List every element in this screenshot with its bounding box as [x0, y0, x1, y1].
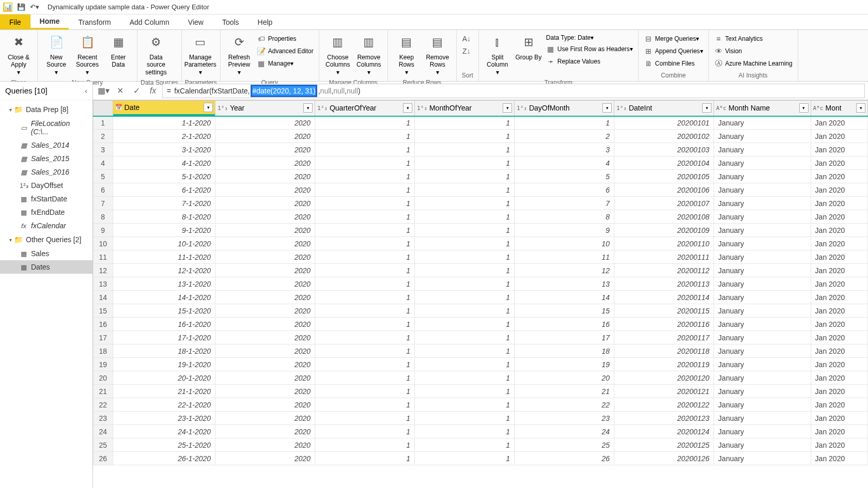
cell[interactable]: 2020 — [215, 344, 315, 358]
cell[interactable]: 2020 — [215, 224, 315, 237]
cell[interactable]: 20200117 — [614, 331, 714, 344]
table-row[interactable]: 88-1-2020202011820200108JanuaryJan 2020 — [94, 210, 868, 224]
cell[interactable]: 21-1-2020 — [113, 385, 215, 398]
table-row[interactable]: 1919-1-20202020111920200119JanuaryJan 20… — [94, 358, 868, 371]
cell[interactable]: Jan 2020 — [811, 425, 867, 438]
cell[interactable]: January — [714, 304, 811, 318]
cell[interactable]: 17-1-2020 — [113, 331, 215, 344]
cell[interactable]: 1 — [315, 291, 415, 304]
cell[interactable]: 20200122 — [614, 398, 714, 412]
cell[interactable]: January — [714, 412, 811, 425]
text-analytics-button[interactable]: ≡Text Analytics — [712, 33, 795, 44]
properties-button[interactable]: 🏷Properties — [255, 33, 316, 44]
fx-button[interactable]: fx — [146, 84, 160, 98]
cell[interactable]: 11 — [515, 250, 614, 264]
cell[interactable]: 1 — [315, 358, 415, 371]
cell[interactable]: 2020 — [215, 250, 315, 264]
save-button[interactable]: 💾 — [16, 2, 27, 13]
filter-button[interactable]: ▾ — [303, 103, 313, 113]
cell[interactable]: 1 — [315, 425, 415, 438]
cell[interactable]: 16-1-2020 — [113, 318, 215, 331]
table-row[interactable]: 77-1-2020202011720200107JanuaryJan 2020 — [94, 197, 868, 210]
table-row[interactable]: 2525-1-20202020112520200125JanuaryJan 20… — [94, 438, 868, 452]
cell[interactable]: 1 — [315, 170, 415, 183]
cell[interactable]: 25-1-2020 — [113, 438, 215, 452]
data-source-settings-button[interactable]: ⚙Data source settings — [141, 31, 172, 78]
tab-add-column[interactable]: Add Column — [120, 14, 179, 29]
cell[interactable]: 2020 — [215, 291, 315, 304]
cell[interactable]: 17 — [515, 331, 614, 344]
cell[interactable]: 1 — [315, 385, 415, 398]
cell[interactable]: January — [714, 116, 811, 130]
cell[interactable]: January — [714, 143, 811, 156]
cell[interactable]: Jan 2020 — [811, 277, 867, 291]
cell[interactable]: 2-1-2020 — [113, 130, 215, 143]
cell[interactable]: 1 — [315, 197, 415, 210]
cell[interactable]: 2020 — [215, 318, 315, 331]
first-row-headers-button[interactable]: ▦Use First Row as Headers ▾ — [544, 43, 635, 55]
query-item-fxcalendar[interactable]: fxfxCalendar — [0, 219, 92, 232]
cell[interactable]: 1 — [315, 183, 415, 197]
cell[interactable]: 1 — [415, 237, 515, 250]
cell[interactable]: 20200124 — [614, 425, 714, 438]
cell[interactable]: 18-1-2020 — [113, 344, 215, 358]
azure-ml-button[interactable]: ⒶAzure Machine Learning — [712, 58, 795, 69]
cell[interactable]: Jan 2020 — [811, 291, 867, 304]
cell[interactable]: 2020 — [215, 170, 315, 183]
cell[interactable]: 2020 — [215, 197, 315, 210]
cell[interactable]: 2020 — [215, 385, 315, 398]
cell[interactable]: Jan 2020 — [811, 438, 867, 452]
choose-columns-button[interactable]: ▥Choose Columns▾ — [322, 31, 353, 78]
tab-view[interactable]: View — [179, 14, 213, 29]
cell[interactable]: 1 — [315, 250, 415, 264]
cell[interactable]: January — [714, 344, 811, 358]
replace-values-button[interactable]: ➛Replace Values — [544, 56, 635, 67]
cell[interactable]: 8 — [515, 210, 614, 224]
cell[interactable]: January — [714, 224, 811, 237]
query-item-filelocation-c-[interactable]: ▭FileLocation (C:\... — [0, 117, 92, 138]
cell[interactable]: January — [714, 197, 811, 210]
cell[interactable]: January — [714, 183, 811, 197]
cell[interactable]: Jan 2020 — [811, 156, 867, 170]
table-row[interactable]: 2020-1-20202020112020200120JanuaryJan 20… — [94, 371, 868, 385]
cell[interactable]: 20200106 — [614, 183, 714, 197]
cell[interactable]: 10 — [515, 237, 614, 250]
cell[interactable]: January — [714, 156, 811, 170]
cell[interactable]: 1 — [415, 264, 515, 277]
cell[interactable]: 5-1-2020 — [113, 170, 215, 183]
cell[interactable]: 2020 — [215, 156, 315, 170]
cell[interactable]: 20200103 — [614, 143, 714, 156]
cell[interactable]: Jan 2020 — [811, 170, 867, 183]
cell[interactable]: 7-1-2020 — [113, 197, 215, 210]
cell[interactable]: Jan 2020 — [811, 452, 867, 465]
cell[interactable]: 20200105 — [614, 170, 714, 183]
filter-button[interactable]: ▾ — [702, 103, 711, 113]
column-header-year[interactable]: 1²₃Year▾ — [215, 101, 315, 116]
data-type-button[interactable]: Data Type: Date ▾ — [544, 33, 635, 42]
cell[interactable]: 2020 — [215, 130, 315, 143]
query-group[interactable]: ▾📁Other Queries [2] — [0, 232, 92, 247]
cell[interactable]: 8-1-2020 — [113, 210, 215, 224]
cell[interactable]: 2020 — [215, 143, 315, 156]
cell[interactable]: Jan 2020 — [811, 183, 867, 197]
cell[interactable]: 1 — [415, 344, 515, 358]
cell[interactable]: 2020 — [215, 371, 315, 385]
cell[interactable]: 3 — [515, 143, 614, 156]
query-item-dayoffset[interactable]: 1²₃DayOffset — [0, 179, 92, 192]
cell[interactable]: 22 — [515, 398, 614, 412]
cell[interactable]: 1 — [415, 371, 515, 385]
cell[interactable]: January — [714, 130, 811, 143]
cell[interactable]: January — [714, 398, 811, 412]
cell[interactable]: 2020 — [215, 438, 315, 452]
keep-rows-button[interactable]: ▤Keep Rows▾ — [391, 31, 422, 78]
cell[interactable]: 20200116 — [614, 318, 714, 331]
cell[interactable]: January — [714, 250, 811, 264]
table-row[interactable]: 1414-1-20202020111420200114JanuaryJan 20… — [94, 291, 868, 304]
cell[interactable]: Jan 2020 — [811, 318, 867, 331]
advanced-editor-button[interactable]: 📝Advanced Editor — [255, 45, 316, 57]
new-source-button[interactable]: 📄New Source▾ — [41, 31, 72, 78]
cell[interactable]: 16 — [515, 318, 614, 331]
cell[interactable]: January — [714, 438, 811, 452]
table-row[interactable]: 1717-1-20202020111720200117JanuaryJan 20… — [94, 331, 868, 344]
table-row[interactable]: 2424-1-20202020112420200124JanuaryJan 20… — [94, 425, 868, 438]
